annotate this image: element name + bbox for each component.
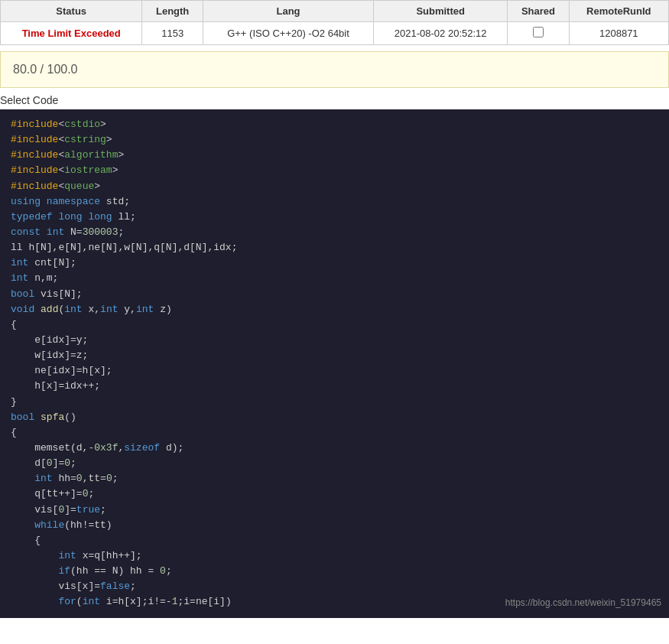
code-line-2: #include<cstring> (11, 132, 658, 148)
code-line-6: using namespace std; (11, 194, 658, 210)
code-line-10: int cnt[N]; (11, 255, 658, 271)
code-line-9: ll h[N],e[N],ne[N],w[N],q[N],d[N],idx; (11, 240, 658, 255)
code-line-20: bool spfa() (11, 410, 658, 425)
code-line-5: #include<queue> (11, 179, 658, 194)
code-line-30: if(hh == N) hh = 0; (11, 564, 658, 579)
code-line-3: #include<algorithm> (11, 148, 658, 163)
submissions-table: Status Length Lang Submitted Shared Remo… (0, 0, 669, 45)
code-line-7: typedef long long ll; (11, 210, 658, 225)
code-line-29: int x=q[hh++]; (11, 548, 658, 564)
code-line-13: void add(int x,int y,int z) (11, 302, 658, 317)
col-remoterunid: RemoteRunId (569, 1, 668, 22)
code-line-26: vis[0]=true; (11, 503, 658, 518)
code-line-21: { (11, 425, 658, 441)
code-line-23: d[0]=0; (11, 456, 658, 471)
code-line-25: q[tt++]=0; (11, 486, 658, 502)
col-length: Length (142, 1, 203, 22)
code-line-27: while(hh!=tt) (11, 518, 658, 533)
score-value: 80.0 / 100.0 (13, 63, 78, 76)
col-submitted: Submitted (374, 1, 508, 22)
code-line-28: { (11, 533, 658, 548)
code-line-8: const int N=300003; (11, 225, 658, 240)
code-line-16: w[idx]=z; (11, 348, 658, 363)
col-status: Status (1, 1, 142, 22)
score-box: 80.0 / 100.0 (0, 51, 669, 88)
cell-remoterunid: 1208871 (569, 22, 668, 45)
col-shared: Shared (508, 1, 569, 22)
code-line-17: ne[idx]=h[x]; (11, 363, 658, 379)
select-code-label: Select Code (0, 94, 669, 106)
shared-checkbox[interactable] (533, 27, 544, 37)
cell-submitted: 2021-08-02 20:52:12 (374, 22, 508, 45)
code-block: #include<cstdio> #include<cstring> #incl… (0, 109, 669, 618)
code-line-11: int n,m; (11, 271, 658, 286)
code-line-24: int hh=0,tt=0; (11, 471, 658, 486)
code-line-31: vis[x]=false; (11, 579, 658, 594)
code-line-15: e[idx]=y; (11, 333, 658, 348)
submissions-table-container: Status Length Lang Submitted Shared Remo… (0, 0, 669, 45)
code-line-22: memset(d,-0x3f,sizeof d); (11, 441, 658, 456)
code-line-4: #include<iostream> (11, 163, 658, 178)
watermark: https://blog.csdn.net/weixin_51979465 (505, 596, 661, 610)
code-line-18: h[x]=idx++; (11, 379, 658, 394)
code-line-1: #include<cstdio> (11, 117, 658, 132)
table-row: Time Limit Exceeded 1153 G++ (ISO C++20)… (1, 22, 669, 45)
status-badge: Time Limit Exceeded (22, 28, 121, 39)
code-line-19: } (11, 395, 658, 410)
code-line-14: { (11, 317, 658, 333)
cell-lang: G++ (ISO C++20) -O2 64bit (203, 22, 373, 45)
col-lang: Lang (203, 1, 373, 22)
cell-length: 1153 (142, 22, 203, 45)
cell-status: Time Limit Exceeded (1, 22, 142, 45)
code-line-12: bool vis[N]; (11, 287, 658, 302)
cell-shared[interactable] (508, 22, 569, 45)
